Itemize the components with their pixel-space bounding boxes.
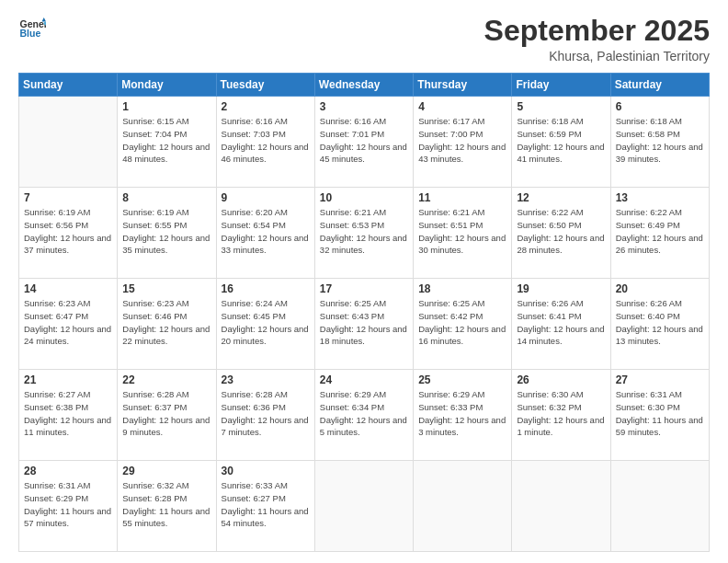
table-row <box>19 97 118 188</box>
daylight-text: Daylight: 12 hours and 41 minutes. <box>517 142 604 165</box>
daylight-text: Daylight: 11 hours and 57 minutes. <box>24 506 111 529</box>
table-row <box>314 461 413 552</box>
day-number: 14 <box>24 282 112 295</box>
sunrise-text: Sunrise: 6:33 AM <box>222 480 288 490</box>
table-row: 22 Sunrise: 6:28 AM Sunset: 6:37 PM Dayl… <box>118 370 216 461</box>
sunset-text: Sunset: 6:37 PM <box>122 402 187 412</box>
calendar-header-row: Sunday Monday Tuesday Wednesday Thursday… <box>19 74 710 97</box>
location: Khursa, Palestinian Territory <box>484 49 710 63</box>
calendar-table: Sunday Monday Tuesday Wednesday Thursday… <box>18 73 710 552</box>
table-row: 7 Sunrise: 6:19 AM Sunset: 6:56 PM Dayli… <box>19 188 118 279</box>
daylight-text: Daylight: 12 hours and 11 minutes. <box>24 415 111 438</box>
sun-info: Sunrise: 6:23 AM Sunset: 6:47 PM Dayligh… <box>24 297 112 348</box>
daylight-text: Daylight: 12 hours and 46 minutes. <box>222 142 309 165</box>
table-row: 18 Sunrise: 6:25 AM Sunset: 6:42 PM Dayl… <box>414 279 512 370</box>
table-row: 26 Sunrise: 6:30 AM Sunset: 6:32 PM Dayl… <box>512 370 610 461</box>
daylight-text: Daylight: 12 hours and 28 minutes. <box>517 233 604 256</box>
table-row: 23 Sunrise: 6:28 AM Sunset: 6:36 PM Dayl… <box>216 370 314 461</box>
daylight-text: Daylight: 12 hours and 32 minutes. <box>320 233 407 256</box>
table-row <box>610 461 709 552</box>
table-row: 1 Sunrise: 6:15 AM Sunset: 7:04 PM Dayli… <box>118 97 216 188</box>
sunrise-text: Sunrise: 6:29 AM <box>320 389 386 399</box>
sunrise-text: Sunrise: 6:16 AM <box>222 116 288 126</box>
svg-text:Blue: Blue <box>20 28 41 39</box>
sunset-text: Sunset: 7:00 PM <box>418 129 483 139</box>
day-number: 15 <box>122 282 210 295</box>
daylight-text: Daylight: 12 hours and 30 minutes. <box>418 233 506 256</box>
sunrise-text: Sunrise: 6:25 AM <box>418 298 484 308</box>
day-number: 9 <box>222 191 310 204</box>
table-row: 29 Sunrise: 6:32 AM Sunset: 6:28 PM Dayl… <box>118 461 216 552</box>
sunset-text: Sunset: 6:30 PM <box>616 402 680 412</box>
day-number: 8 <box>122 191 210 204</box>
col-tuesday: Tuesday <box>216 74 314 97</box>
sunset-text: Sunset: 6:42 PM <box>418 311 483 321</box>
daylight-text: Daylight: 12 hours and 22 minutes. <box>122 324 210 347</box>
sunrise-text: Sunrise: 6:31 AM <box>616 389 682 399</box>
calendar-week-row: 7 Sunrise: 6:19 AM Sunset: 6:56 PM Dayli… <box>19 188 710 279</box>
sun-info: Sunrise: 6:31 AM Sunset: 6:29 PM Dayligh… <box>24 479 112 530</box>
sunset-text: Sunset: 6:54 PM <box>222 220 286 230</box>
sunrise-text: Sunrise: 6:18 AM <box>517 116 583 126</box>
daylight-text: Daylight: 12 hours and 26 minutes. <box>616 233 703 256</box>
sun-info: Sunrise: 6:27 AM Sunset: 6:38 PM Dayligh… <box>24 388 112 439</box>
sun-info: Sunrise: 6:25 AM Sunset: 6:42 PM Dayligh… <box>418 297 506 348</box>
sunrise-text: Sunrise: 6:29 AM <box>418 389 484 399</box>
day-number: 17 <box>320 282 408 295</box>
sun-info: Sunrise: 6:19 AM Sunset: 6:56 PM Dayligh… <box>24 206 112 257</box>
table-row: 21 Sunrise: 6:27 AM Sunset: 6:38 PM Dayl… <box>19 370 118 461</box>
sunrise-text: Sunrise: 6:19 AM <box>122 207 188 217</box>
page: General Blue September 2025 Khursa, Pale… <box>0 0 728 563</box>
table-row: 27 Sunrise: 6:31 AM Sunset: 6:30 PM Dayl… <box>610 370 709 461</box>
sun-info: Sunrise: 6:22 AM Sunset: 6:49 PM Dayligh… <box>616 206 704 257</box>
table-row: 6 Sunrise: 6:18 AM Sunset: 6:58 PM Dayli… <box>610 97 709 188</box>
sunrise-text: Sunrise: 6:21 AM <box>418 207 484 217</box>
sunset-text: Sunset: 6:45 PM <box>222 311 286 321</box>
sun-info: Sunrise: 6:29 AM Sunset: 6:34 PM Dayligh… <box>320 388 408 439</box>
sunset-text: Sunset: 6:32 PM <box>517 402 581 412</box>
day-number: 20 <box>616 282 704 295</box>
sun-info: Sunrise: 6:33 AM Sunset: 6:27 PM Dayligh… <box>222 479 310 530</box>
daylight-text: Daylight: 12 hours and 43 minutes. <box>418 142 506 165</box>
sunrise-text: Sunrise: 6:31 AM <box>24 480 90 490</box>
daylight-text: Daylight: 11 hours and 59 minutes. <box>616 415 703 438</box>
sun-info: Sunrise: 6:16 AM Sunset: 7:03 PM Dayligh… <box>222 115 310 166</box>
sunset-text: Sunset: 6:55 PM <box>122 220 187 230</box>
table-row: 4 Sunrise: 6:17 AM Sunset: 7:00 PM Dayli… <box>414 97 512 188</box>
sunset-text: Sunset: 7:01 PM <box>320 129 384 139</box>
sunset-text: Sunset: 6:41 PM <box>517 311 581 321</box>
sunrise-text: Sunrise: 6:24 AM <box>222 298 288 308</box>
daylight-text: Daylight: 12 hours and 13 minutes. <box>616 324 703 347</box>
daylight-text: Daylight: 12 hours and 3 minutes. <box>418 415 506 438</box>
table-row: 8 Sunrise: 6:19 AM Sunset: 6:55 PM Dayli… <box>118 188 216 279</box>
sun-info: Sunrise: 6:31 AM Sunset: 6:30 PM Dayligh… <box>616 388 704 439</box>
day-number: 13 <box>616 191 704 204</box>
table-row: 14 Sunrise: 6:23 AM Sunset: 6:47 PM Dayl… <box>19 279 118 370</box>
daylight-text: Daylight: 12 hours and 48 minutes. <box>122 142 210 165</box>
sunset-text: Sunset: 6:49 PM <box>616 220 680 230</box>
sunset-text: Sunset: 6:34 PM <box>320 402 384 412</box>
sunset-text: Sunset: 6:46 PM <box>122 311 187 321</box>
sun-info: Sunrise: 6:28 AM Sunset: 6:36 PM Dayligh… <box>222 388 310 439</box>
sunrise-text: Sunrise: 6:21 AM <box>320 207 386 217</box>
sunset-text: Sunset: 7:04 PM <box>122 129 187 139</box>
table-row: 28 Sunrise: 6:31 AM Sunset: 6:29 PM Dayl… <box>19 461 118 552</box>
day-number: 6 <box>616 100 704 113</box>
table-row: 13 Sunrise: 6:22 AM Sunset: 6:49 PM Dayl… <box>610 188 709 279</box>
sunrise-text: Sunrise: 6:32 AM <box>122 480 188 490</box>
sunset-text: Sunset: 6:58 PM <box>616 129 680 139</box>
daylight-text: Daylight: 12 hours and 7 minutes. <box>222 415 309 438</box>
sunrise-text: Sunrise: 6:26 AM <box>616 298 682 308</box>
sunrise-text: Sunrise: 6:25 AM <box>320 298 386 308</box>
sun-info: Sunrise: 6:20 AM Sunset: 6:54 PM Dayligh… <box>222 206 310 257</box>
sunrise-text: Sunrise: 6:23 AM <box>122 298 188 308</box>
day-number: 16 <box>222 282 310 295</box>
sun-info: Sunrise: 6:22 AM Sunset: 6:50 PM Dayligh… <box>517 206 605 257</box>
sunrise-text: Sunrise: 6:15 AM <box>122 116 188 126</box>
day-number: 11 <box>418 191 506 204</box>
day-number: 27 <box>616 373 704 386</box>
sun-info: Sunrise: 6:15 AM Sunset: 7:04 PM Dayligh… <box>122 115 210 166</box>
sun-info: Sunrise: 6:19 AM Sunset: 6:55 PM Dayligh… <box>122 206 210 257</box>
calendar-week-row: 1 Sunrise: 6:15 AM Sunset: 7:04 PM Dayli… <box>19 97 710 188</box>
day-number: 12 <box>517 191 605 204</box>
